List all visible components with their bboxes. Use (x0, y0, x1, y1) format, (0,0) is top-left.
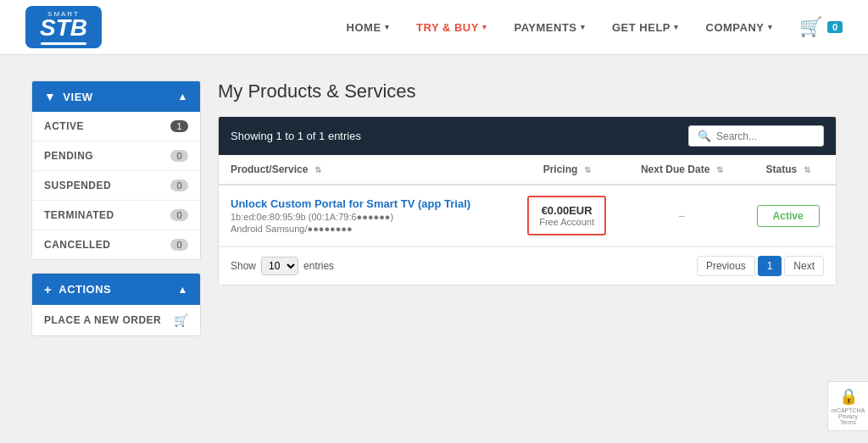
sidebar: ▼ VIEW ▲ ACTIVE 1 PENDING 0 SUSPENDED 0 … (31, 80, 201, 349)
table-row: Unlock Custom Portal for Smart TV (app T… (219, 185, 836, 246)
sidebar-actions-header: + ACTIONS ▲ (32, 274, 200, 305)
sidebar-pending-badge: 0 (170, 150, 188, 162)
table-topbar: Showing 1 to 1 of 1 entries 🔍 (219, 117, 836, 155)
pricing-cell: €0.00EUR Free Account (527, 196, 606, 235)
sidebar-item-terminated[interactable]: TERMINATED 0 (32, 201, 200, 230)
products-table: Product/Service ⇅ Pricing ⇅ Next Due Dat… (219, 155, 836, 246)
sidebar-actions-chevron-icon: ▲ (178, 284, 188, 296)
product-id: 1b:ed:0e:80:95:9b (00:1A:79:6●●●●●●) (231, 212, 498, 222)
sidebar-suspended-badge: 0 (170, 180, 188, 191)
status-button[interactable]: Active (757, 205, 820, 227)
filter-icon: ▼ (44, 90, 56, 103)
pagination-page-1[interactable]: 1 (758, 256, 782, 276)
col-pricing: Pricing ⇅ (510, 155, 624, 185)
col-status-label: Status (766, 163, 798, 175)
sidebar-active-label: ACTIVE (44, 120, 84, 132)
nav-payments[interactable]: PAYMENTS ▾ (500, 0, 598, 55)
nav-get-help[interactable]: GET HELP ▾ (598, 0, 693, 55)
col-pricing-sort[interactable]: ⇅ (584, 165, 591, 174)
cell-due-date: – (623, 185, 740, 246)
sidebar-view-section: ▼ VIEW ▲ ACTIVE 1 PENDING 0 SUSPENDED 0 … (31, 80, 201, 260)
cell-status: Active (740, 185, 836, 246)
cell-product: Unlock Custom Portal for Smart TV (app T… (219, 185, 510, 246)
navbar: SMART STB HOME ▾ TRY & BUY ▾ PAYMENTS ▾ … (0, 0, 868, 55)
nav-company[interactable]: COMPANY ▾ (693, 0, 786, 55)
products-table-wrapper: Showing 1 to 1 of 1 entries 🔍 Product/Se… (218, 116, 837, 285)
nav-get-help-label: GET HELP (612, 21, 670, 34)
nav-company-chevron: ▾ (768, 23, 773, 31)
col-product-sort[interactable]: ⇅ (314, 165, 321, 174)
sidebar-terminated-badge: 0 (170, 209, 188, 221)
col-status: Status ⇅ (740, 155, 836, 185)
sidebar-item-place-order[interactable]: PLACE A NEW ORDER 🛒 (32, 305, 200, 335)
cell-pricing: €0.00EUR Free Account (510, 185, 624, 246)
col-due-date-label: Next Due Date (641, 163, 709, 175)
pricing-amount: €0.00EUR (539, 204, 594, 217)
nav-try-buy[interactable]: TRY & BUY ▾ (403, 0, 500, 55)
page-title: My Products & Services (218, 80, 837, 102)
pricing-label: Free Account (539, 217, 594, 227)
sidebar-view-header-left: ▼ VIEW (44, 90, 93, 103)
sidebar-item-cancelled[interactable]: CANCELLED 0 (32, 230, 200, 259)
sidebar-place-order-label: PLACE A NEW ORDER (44, 314, 161, 326)
page-wrap: ▼ VIEW ▲ ACTIVE 1 PENDING 0 SUSPENDED 0 … (19, 80, 849, 349)
search-input[interactable] (716, 130, 815, 142)
sidebar-active-badge: 1 (170, 120, 188, 132)
sidebar-cancelled-badge: 0 (170, 239, 188, 251)
nav-links: HOME ▾ TRY & BUY ▾ PAYMENTS ▾ GET HELP ▾… (333, 0, 786, 55)
logo-dash (41, 42, 86, 45)
product-name-link[interactable]: Unlock Custom Portal for Smart TV (app T… (231, 197, 498, 210)
nav-try-buy-chevron: ▾ (482, 23, 487, 31)
col-due-date-sort[interactable]: ⇅ (716, 165, 723, 174)
cart-area[interactable]: 🛒 0 (799, 16, 843, 38)
nav-home-chevron: ▾ (385, 23, 390, 31)
main-content: My Products & Services Showing 1 to 1 of… (218, 80, 837, 349)
cart-small-icon: 🛒 (174, 313, 189, 327)
table-footer: Show 10 25 50 entries Previous 1 Next (219, 246, 836, 285)
show-label: Show (231, 260, 256, 272)
sidebar-view-chevron-icon: ▲ (178, 91, 188, 102)
nav-home[interactable]: HOME ▾ (333, 0, 403, 55)
col-product-label: Product/Service (231, 163, 308, 175)
pagination-next[interactable]: Next (784, 256, 824, 276)
due-date-value: – (679, 210, 685, 222)
nav-home-label: HOME (347, 21, 381, 34)
nav-payments-chevron: ▾ (581, 23, 586, 31)
col-due-date: Next Due Date ⇅ (623, 155, 740, 185)
red-arrow-annotation (824, 188, 837, 239)
sidebar-pending-label: PENDING (44, 150, 93, 162)
nav-try-buy-label: TRY & BUY (416, 21, 479, 34)
entries-label: entries (303, 260, 334, 272)
sidebar-terminated-label: TERMINATED (44, 209, 114, 221)
status-arrow-wrap: Active (752, 205, 824, 227)
entries-select[interactable]: 10 25 50 (261, 257, 298, 275)
logo[interactable]: SMART STB (25, 6, 102, 48)
pagination-prev[interactable]: Previous (697, 256, 755, 276)
sidebar-actions-header-left: + ACTIONS (44, 282, 111, 296)
sidebar-view-label: VIEW (63, 91, 92, 103)
sidebar-view-header: ▼ VIEW ▲ (32, 81, 200, 112)
sidebar-item-pending[interactable]: PENDING 0 (32, 141, 200, 171)
nav-get-help-chevron: ▾ (674, 23, 679, 31)
col-pricing-label: Pricing (543, 163, 578, 175)
plus-icon: + (44, 282, 52, 296)
nav-payments-label: PAYMENTS (514, 21, 576, 34)
pagination: Previous 1 Next (697, 256, 824, 276)
search-box[interactable]: 🔍 (688, 125, 824, 147)
table-header-row: Product/Service ⇅ Pricing ⇅ Next Due Dat… (219, 155, 836, 185)
product-sub: Android Samsung/●●●●●●●● (231, 224, 498, 234)
sidebar-item-suspended[interactable]: SUSPENDED 0 (32, 171, 200, 201)
col-product: Product/Service ⇅ (219, 155, 510, 185)
col-status-sort[interactable]: ⇅ (804, 165, 810, 174)
sidebar-actions-section: + ACTIONS ▲ PLACE A NEW ORDER 🛒 (31, 273, 201, 336)
search-icon: 🔍 (698, 130, 711, 142)
cart-icon: 🛒 (799, 16, 822, 38)
nav-company-label: COMPANY (706, 21, 765, 34)
sidebar-cancelled-label: CANCELLED (44, 239, 111, 251)
sidebar-suspended-label: SUSPENDED (44, 180, 111, 191)
sidebar-item-active[interactable]: ACTIVE 1 (32, 112, 200, 141)
cart-badge: 0 (827, 21, 843, 33)
logo-stb-text: STB (40, 16, 87, 40)
show-entries: Show 10 25 50 entries (231, 257, 334, 275)
sidebar-actions-label: ACTIONS (58, 283, 111, 296)
